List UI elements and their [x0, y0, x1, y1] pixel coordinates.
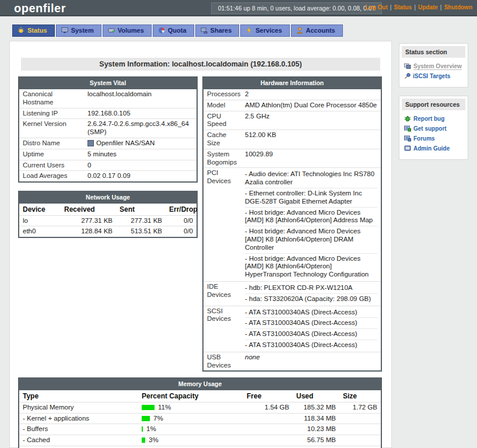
table-row: Uptime5 minutes: [19, 149, 197, 160]
tab-status[interactable]: Status: [12, 24, 55, 37]
hw-value: 10029.89: [241, 149, 381, 168]
vital-label: Uptime: [19, 149, 84, 160]
table-row: - Buffers1%10.23 MB: [19, 424, 381, 435]
topbar-link-status[interactable]: Status: [394, 4, 412, 10]
mem-percent: 1%: [138, 424, 243, 435]
table-row: System Bogomips10029.89: [203, 149, 381, 168]
bolt-icon: [245, 27, 255, 34]
col-header: Sent: [116, 203, 166, 215]
mem-percent: 11%: [138, 402, 243, 413]
cell: lo: [19, 215, 61, 226]
table-row: IDE Devices- hdb: PLEXTOR CD-R PX-W1210A…: [203, 281, 381, 306]
device-item: - Host bridge: Advanced Micro Devices [A…: [245, 208, 377, 227]
network-usage-table: Network UsageDeviceReceivedSentErr/Dropl…: [18, 191, 198, 238]
hw-label: Cache Size: [203, 130, 241, 149]
sidebar-item-system-overview[interactable]: System Overview: [402, 61, 465, 71]
sidebar-item-iscsi-targets[interactable]: iSCSI Targets: [402, 71, 465, 81]
memory-usage-table: Memory UsageTypePercent CapacityFreeUsed…: [18, 377, 382, 448]
table-row: Load Averages0.02 0.17 0.09: [19, 171, 197, 182]
hw-label: IDE Devices: [203, 281, 241, 306]
table-row: lo277.31 KB277.31 KB0/0: [19, 215, 197, 226]
mem-size: [339, 424, 381, 435]
device-item: - Host bridge: Advanced Micro Devices [A…: [245, 254, 377, 280]
mem-free: [243, 413, 293, 424]
device-item: - Host bridge: Advanced Micro Devices [A…: [245, 226, 377, 253]
sidebar-item-get-support[interactable]: Get support: [402, 124, 465, 134]
sidebar-item-admin-guide[interactable]: Admin Guide: [402, 144, 465, 153]
tab-system[interactable]: System: [56, 24, 101, 37]
table-row: Cache Size512.00 KB: [203, 130, 381, 149]
two-column-area: System VitalCanonical Hostnamelocalhost.…: [18, 76, 383, 372]
col-header: Err/Drop: [166, 203, 197, 215]
book-icon: [404, 145, 413, 152]
topbar-link-log-out[interactable]: Log Out: [365, 4, 387, 10]
col-header: Percent Capacity: [138, 390, 243, 402]
bug-icon: [404, 116, 413, 122]
mem-percent: 3%: [138, 435, 243, 446]
table-row: Kernel Version2.6.24.7-0.2.6.smp.gcc3.4.…: [19, 119, 197, 138]
hw-value: - hdb: PLEXTOR CD-R PX-W1210A- hda: ST33…: [241, 281, 381, 306]
tab-quota[interactable]: Quota: [153, 24, 194, 37]
vital-value: 192.168.0.105: [84, 108, 197, 119]
table-title: System Vital: [18, 76, 198, 88]
table-title: Memory Usage: [18, 377, 382, 389]
table-row: SCSI Devices- ATA ST31000340AS (Direct-A…: [203, 306, 381, 352]
vital-value: 0: [84, 160, 197, 171]
vital-label: Listening IP: [19, 108, 84, 119]
status-section-header: Status section: [402, 46, 465, 58]
table-row: eth0128.84 KB513.51 KB0/0: [19, 226, 197, 237]
tab-volumes[interactable]: Volumes: [103, 24, 152, 37]
topbar-link-update[interactable]: Update: [418, 4, 438, 10]
mem-size: 1.72 GB: [339, 402, 381, 413]
uptime-status: 01:51:46 up 8 min, 0 users, load average…: [211, 2, 382, 14]
capacity-bar: [142, 416, 150, 421]
mem-type: - Buffers: [19, 424, 138, 435]
hw-value: none: [241, 352, 381, 371]
capacity-bar: [142, 438, 145, 443]
topbar: openfiler 01:51:46 up 8 min, 0 users, lo…: [0, 0, 477, 16]
cell: 0/0: [166, 226, 197, 237]
lifering-icon: [404, 125, 413, 132]
table-header-row: TypePercent CapacityFreeUsedSize: [19, 390, 381, 402]
mem-used: 56.75 MB: [293, 435, 339, 446]
hw-label: Model: [203, 100, 241, 111]
monitor-icon: [61, 27, 71, 34]
overview-icon: [404, 63, 413, 69]
system-vital-table: System VitalCanonical Hostnamelocalhost.…: [18, 76, 198, 183]
tab-services[interactable]: Services: [240, 24, 289, 37]
device-item: - ATA ST31000340AS (Direct-Access): [245, 307, 377, 318]
sidebar-item-forums[interactable]: Forums: [402, 134, 465, 144]
table-title: Network Usage: [18, 191, 198, 202]
topbar-link-shutdown[interactable]: Shutdown: [444, 4, 472, 10]
table-row: - Kernel + applications7%118.34 MB: [19, 413, 381, 424]
tab-accounts[interactable]: Accounts: [291, 24, 343, 37]
mem-type: Physical Memory: [19, 402, 138, 413]
mem-free: 1.54 GB: [243, 402, 293, 413]
table-row: Processors2: [203, 89, 381, 100]
vital-label: Distro Name: [19, 138, 84, 149]
hw-value: AMD Athlon(tm) Dual Core Processor 4850e: [241, 100, 381, 111]
col-header: Device: [19, 203, 61, 215]
table-row: Distro NameOpenfiler NAS/SAN: [19, 138, 197, 149]
table-row: USB Devicesnone: [203, 352, 381, 371]
table-row: Current Users0: [19, 160, 197, 171]
mem-used: 118.34 MB: [293, 413, 339, 424]
mem-free: [243, 435, 293, 446]
tab-shares[interactable]: Shares: [195, 24, 240, 37]
mem-free: 1.95 GB: [243, 446, 293, 448]
capacity-bar: [142, 426, 143, 432]
device-item: - Audio device: ATI Technologies Inc RS7…: [245, 169, 377, 188]
cell: 513.51 KB: [116, 226, 166, 237]
table-row: - Cached3%56.75 MB: [19, 435, 381, 446]
mem-used: 0.00 KB: [293, 446, 339, 448]
hw-value: - ATA ST31000340AS (Direct-Access)- ATA …: [241, 306, 381, 352]
cell: 277.31 KB: [116, 215, 166, 226]
device-item: - hdb: PLEXTOR CD-R PX-W1210A: [245, 283, 377, 294]
table-row: Disk Swap0%1.95 GB0.00 KB1.95 GB: [19, 446, 381, 448]
openfiler-distro-icon: [87, 139, 96, 146]
forum-icon: [404, 135, 413, 142]
hw-label: System Bogomips: [203, 149, 241, 168]
pie-icon: [158, 27, 168, 34]
sidebar-item-report-bug[interactable]: Report bug: [402, 114, 465, 124]
hw-label: PCI Devices: [203, 168, 241, 282]
